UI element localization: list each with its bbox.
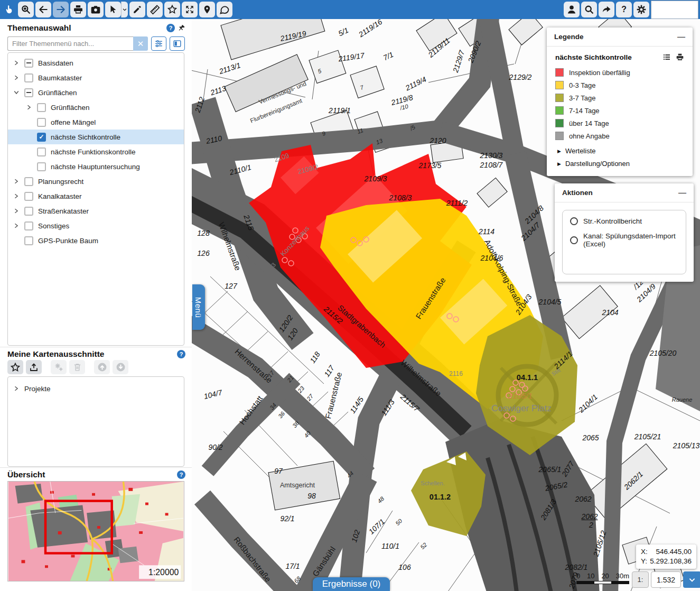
kartenausschnitte-title: Meine Kartenausschnitte — [7, 349, 104, 359]
toolbar-print-button[interactable] — [70, 2, 86, 17]
toolbar-ruler-button[interactable] — [147, 2, 163, 17]
checkbox[interactable] — [24, 192, 33, 201]
tree-item-sonstiges[interactable]: Sonstiges — [8, 218, 184, 233]
tree-item-planungsrecht[interactable]: Planungsrecht — [8, 174, 184, 189]
checkbox[interactable] — [37, 162, 46, 171]
toolbar-share-button[interactable] — [599, 2, 614, 17]
checkbox[interactable] — [24, 236, 33, 245]
pin-icon[interactable] — [178, 24, 185, 32]
toolbar-user-button[interactable] — [564, 2, 580, 17]
kartenausschnitte-upload-button[interactable] — [26, 360, 42, 374]
tree-item-label: nächste Sichtkontrolle — [51, 133, 120, 141]
help-icon[interactable]: ? — [166, 24, 175, 32]
tree-item-grünflächen[interactable]: Grünflächen — [8, 85, 184, 100]
print-icon[interactable] — [676, 53, 684, 61]
menu-tab-label: Menü — [194, 297, 203, 318]
theme-filter-row: ✕ — [7, 36, 185, 51]
x-label: X: — [641, 547, 648, 557]
theme-filter-input[interactable] — [7, 36, 133, 51]
tree-item-offene-mängel[interactable]: offene Mängel — [8, 115, 184, 130]
scalebar-segments — [576, 581, 629, 584]
toolbar-search-button[interactable] — [581, 2, 597, 17]
legend-swatch — [555, 81, 564, 89]
toolbar-map-pin-button[interactable] — [199, 2, 215, 17]
legend-section-werteliste[interactable]: ▶Werteliste — [555, 147, 684, 155]
expander-icon[interactable] — [13, 89, 20, 96]
scalebar-tick: 30m — [616, 572, 629, 580]
legend-entry-label: 7-14 Tage — [569, 107, 600, 115]
legend-section-label: Werteliste — [565, 147, 596, 155]
checkbox[interactable] — [37, 118, 46, 127]
tree-item-gps-punkte-baum[interactable]: GPS-Punkte Baum — [8, 233, 184, 248]
aktion-option[interactable]: Kanal: Spülungsdaten-Import (Excel) — [570, 232, 678, 248]
toolbar-zoom-in-button[interactable] — [18, 2, 34, 17]
scale-dropdown-button[interactable] — [683, 571, 700, 588]
legend-panel-header: Legende — — [547, 27, 693, 47]
radio-icon[interactable] — [570, 217, 578, 225]
list-icon[interactable] — [662, 53, 671, 61]
toolbar-help-button[interactable]: ? — [616, 2, 632, 17]
tree-item-label: Grünflächen — [38, 89, 77, 97]
tree-item-nächste-funktionskontrolle[interactable]: nächste Funktionskontrolle — [8, 144, 184, 159]
tree-item-basisdaten[interactable]: Basisdaten — [8, 56, 184, 70]
tree-item-label: Sonstiges — [38, 222, 69, 230]
tree-item-kanalkataster[interactable]: Kanalkataster — [8, 189, 184, 204]
collapse-icon[interactable]: — — [677, 32, 685, 41]
toolbar-pencil-button[interactable] — [129, 2, 145, 17]
help-icon[interactable]: ? — [177, 470, 185, 479]
kartenausschnitte-panel: Projekte — [7, 376, 184, 467]
toolbar-cursor-dropdown[interactable] — [121, 2, 128, 17]
scale-input[interactable] — [651, 571, 681, 588]
checkbox[interactable] — [37, 133, 46, 142]
collapse-icon[interactable]: — — [678, 188, 686, 197]
karten-item-projekte[interactable]: Projekte — [8, 381, 184, 396]
tree-item-label: Projekte — [24, 385, 51, 393]
kartenausschnitte-star-button[interactable] — [7, 360, 23, 374]
tree-item-grünflächen[interactable]: Grünflächen — [8, 100, 184, 115]
overview-map[interactable]: 1:20000 — [7, 481, 184, 581]
tree-item-nächste-sichtkontrolle[interactable]: nächste Sichtkontrolle — [8, 130, 184, 144]
expander-icon[interactable] — [13, 385, 20, 392]
tree-item-label: offene Mängel — [51, 118, 96, 126]
tree-item-straßenkataster[interactable]: Straßenkataster — [8, 204, 184, 218]
tree-item-nächste-hauptuntersuchung[interactable]: nächste Hauptuntersuchung — [8, 159, 184, 174]
toolbar-settings-button[interactable] — [633, 2, 649, 17]
split-view-button[interactable] — [170, 36, 185, 51]
y-value: 5.292.108,36 — [650, 557, 692, 566]
aktionen-title: Aktionen — [562, 189, 593, 197]
expander-icon[interactable] — [13, 223, 20, 229]
expander-icon[interactable] — [13, 75, 20, 81]
menu-tab[interactable]: Menü — [192, 284, 205, 330]
toolbar-arrow-left-button[interactable] — [35, 2, 51, 17]
toolbar-camera-button[interactable] — [88, 2, 104, 17]
map-canvas[interactable]: WilhelmstraßeStadtgrabenbachWilhelmstraß… — [192, 19, 700, 591]
radio-icon[interactable] — [570, 236, 578, 244]
expander-icon[interactable] — [13, 193, 20, 199]
checkbox[interactable] — [24, 177, 33, 186]
help-icon[interactable]: ? — [177, 350, 185, 358]
results-tab[interactable]: Ergebnisse (0) — [313, 577, 390, 591]
toolbar-text-input[interactable] — [651, 1, 698, 19]
checkbox[interactable] — [24, 88, 33, 97]
checkbox[interactable] — [24, 59, 33, 68]
legend-section-darstellung-optionen[interactable]: ▶Darstellung/Optionen — [555, 160, 684, 168]
legend-title: Legende — [554, 33, 584, 41]
clear-filter-button[interactable]: ✕ — [133, 36, 148, 51]
toolbar-comment-button[interactable] — [217, 2, 232, 17]
checkbox[interactable] — [24, 207, 33, 216]
tree-item-baumkataster[interactable]: Baumkataster — [8, 70, 184, 85]
expander-icon[interactable] — [13, 60, 20, 66]
checkbox[interactable] — [24, 221, 33, 230]
toolbar-cursor-button[interactable] — [105, 2, 121, 17]
expander-icon[interactable] — [13, 178, 20, 184]
expander-icon[interactable] — [26, 104, 32, 110]
aktion-option[interactable]: Str.-Kontrollbericht — [570, 217, 678, 225]
expander-icon[interactable] — [13, 208, 20, 214]
checkbox[interactable] — [37, 147, 46, 156]
checkbox[interactable] — [24, 73, 33, 82]
toolbar-arrow-right-button[interactable] — [53, 2, 69, 17]
filter-options-button[interactable] — [151, 36, 166, 51]
toolbar-star-button[interactable] — [164, 2, 180, 17]
checkbox[interactable] — [37, 103, 46, 112]
toolbar-expand-button[interactable] — [182, 2, 198, 17]
